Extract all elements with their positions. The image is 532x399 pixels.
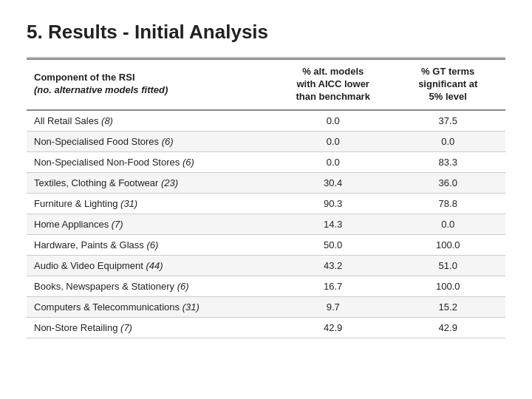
table-header-row: Component of the RSI(no. alternative mod… xyxy=(27,59,505,110)
page-title: 5. Results - Initial Analysis xyxy=(27,21,505,44)
table-row: Textiles, Clothing & Footwear (23)30.436… xyxy=(27,172,505,193)
cell-aicc: 14.3 xyxy=(276,214,391,234)
cell-component: Hardware, Paints & Glass (6) xyxy=(27,234,276,255)
cell-component: Home Appliances (7) xyxy=(27,214,276,234)
cell-gt: 15.2 xyxy=(390,296,505,317)
cell-gt: 36.0 xyxy=(390,172,505,193)
table-row: Home Appliances (7)14.30.0 xyxy=(27,214,505,234)
table-row: Books, Newspapers & Stationery (6)16.710… xyxy=(27,276,505,296)
cell-aicc: 0.0 xyxy=(276,151,391,172)
cell-component: Textiles, Clothing & Footwear (23) xyxy=(27,172,276,193)
cell-aicc: 43.2 xyxy=(276,255,391,276)
table-row: Non-Specialised Non-Food Stores (6)0.083… xyxy=(27,151,505,172)
cell-gt: 78.8 xyxy=(390,193,505,214)
cell-gt: 0.0 xyxy=(390,131,505,151)
cell-component: Non-Specialised Food Stores (6) xyxy=(27,131,276,151)
cell-aicc: 50.0 xyxy=(276,234,391,255)
table-row: All Retail Sales (8)0.037.5 xyxy=(27,110,505,132)
cell-component: Books, Newspapers & Stationery (6) xyxy=(27,276,276,296)
cell-aicc: 0.0 xyxy=(276,131,391,151)
cell-component: Computers & Telecommunications (31) xyxy=(27,296,276,317)
cell-gt: 51.0 xyxy=(390,255,505,276)
cell-gt: 37.5 xyxy=(390,110,505,132)
table-row: Computers & Telecommunications (31)9.715… xyxy=(27,296,505,317)
col-header-gt: % GT termssignificant at5% level xyxy=(390,59,505,110)
cell-aicc: 30.4 xyxy=(276,172,391,193)
col-header-component: Component of the RSI(no. alternative mod… xyxy=(27,59,276,110)
cell-component: Furniture & Lighting (31) xyxy=(27,193,276,214)
table-row: Furniture & Lighting (31)90.378.8 xyxy=(27,193,505,214)
cell-component: Audio & Video Equipment (44) xyxy=(27,255,276,276)
table-row: Hardware, Paints & Glass (6)50.0100.0 xyxy=(27,234,505,255)
table-row: Non-Specialised Food Stores (6)0.00.0 xyxy=(27,131,505,151)
cell-aicc: 90.3 xyxy=(276,193,391,214)
cell-gt: 42.9 xyxy=(390,317,505,338)
cell-gt: 83.3 xyxy=(390,151,505,172)
table-row: Non-Store Retailing (7)42.942.9 xyxy=(27,317,505,338)
table-row: Audio & Video Equipment (44)43.251.0 xyxy=(27,255,505,276)
col-header-aicc: % alt. modelswith AICC lowerthan benchma… xyxy=(276,59,391,110)
cell-gt: 100.0 xyxy=(390,276,505,296)
results-table: Component of the RSI(no. alternative mod… xyxy=(27,58,505,338)
cell-component: Non-Store Retailing (7) xyxy=(27,317,276,338)
cell-gt: 0.0 xyxy=(390,214,505,234)
cell-aicc: 16.7 xyxy=(276,276,391,296)
cell-aicc: 0.0 xyxy=(276,110,391,132)
cell-component: Non-Specialised Non-Food Stores (6) xyxy=(27,151,276,172)
cell-aicc: 42.9 xyxy=(276,317,391,338)
cell-component: All Retail Sales (8) xyxy=(27,110,276,132)
cell-aicc: 9.7 xyxy=(276,296,391,317)
cell-gt: 100.0 xyxy=(390,234,505,255)
